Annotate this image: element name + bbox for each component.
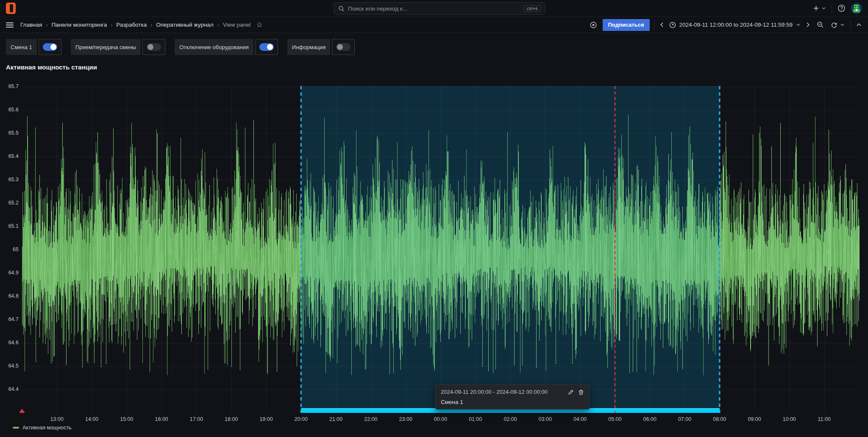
plus-icon	[813, 5, 819, 11]
alert-state-button[interactable]	[588, 19, 598, 31]
breadcrumb-item-dashboards[interactable]: Панели мониторинга	[51, 22, 107, 28]
user-avatar[interactable]	[851, 3, 862, 14]
delete-annotation-button[interactable]	[578, 389, 584, 395]
trash-icon	[578, 389, 584, 395]
chevron-down-icon	[821, 6, 826, 11]
toggle-info[interactable]	[332, 39, 355, 55]
divider	[850, 20, 851, 30]
breadcrumb-item-development[interactable]: Разработка	[116, 22, 147, 28]
search-icon	[338, 6, 345, 12]
help-button[interactable]	[836, 3, 847, 14]
divider	[832, 4, 832, 13]
toggle-label-smena1: Смена 1	[6, 39, 37, 55]
zoom-out-button[interactable]	[815, 19, 825, 31]
chevron-down-icon	[796, 22, 801, 27]
grafana-logo[interactable]	[6, 3, 16, 14]
pencil-icon	[568, 389, 574, 395]
subscribe-button[interactable]: Подписаться	[603, 19, 650, 31]
chevron-up-icon	[856, 23, 862, 27]
breadcrumb-separator: ›	[46, 22, 47, 28]
time-range-picker[interactable]: 2024-09-11 12:00:00 to 2024-09-12 11:59:…	[669, 22, 801, 28]
chevron-down-icon	[840, 22, 845, 27]
zoom-out-icon	[817, 21, 824, 28]
switch-knob[interactable]	[43, 43, 57, 51]
shortcut-badge: ctrl+k	[523, 5, 541, 12]
chevron-right-icon	[806, 22, 810, 28]
nav-bar: Главная› Панели мониторинга› Разработка›…	[0, 17, 868, 33]
breadcrumb-separator: ›	[150, 22, 152, 28]
toggle-label-info: Информация	[287, 39, 331, 55]
toggle-label-priem: Прием/передача смены	[71, 39, 141, 55]
panel-title: Активная мощность станции	[6, 64, 868, 71]
switch-knob[interactable]	[147, 43, 161, 51]
favorite-star-icon[interactable]: ☆	[256, 20, 263, 29]
search-placeholder: Поиск или переход к...	[348, 6, 520, 12]
annotation-range-text: 2024-09-11 20:00:00 - 2024-09-12 00:00:0…	[441, 389, 564, 395]
chevron-left-icon	[660, 22, 664, 28]
time-range-text: 2024-09-11 12:00:00 to 2024-09-12 11:59:…	[679, 22, 793, 28]
menu-button[interactable]	[6, 22, 14, 28]
search-input[interactable]: Поиск или переход к... ctrl+k	[334, 2, 545, 15]
top-bar: Поиск или переход к... ctrl+k	[0, 0, 868, 17]
grafana-app: Поиск или переход к... ctrl+k Главная› П…	[0, 0, 868, 437]
legend-label: Активная мощность	[22, 425, 72, 431]
edit-annotation-button[interactable]	[568, 389, 574, 395]
refresh-button[interactable]	[829, 19, 846, 31]
toggle-priem[interactable]	[142, 39, 165, 55]
legend-item[interactable]: Активная мощность	[13, 425, 72, 431]
time-series-canvas[interactable]	[0, 80, 868, 419]
clock-icon	[669, 22, 676, 28]
annotation-toggles: Смена 1 Прием/передача смены Отключение …	[6, 39, 868, 55]
refresh-icon	[831, 22, 837, 28]
annotation-tooltip: 2024-09-11 20:00:00 - 2024-09-12 00:00:0…	[435, 384, 590, 409]
breadcrumb-item-home[interactable]: Главная	[20, 22, 42, 28]
question-icon	[837, 4, 846, 12]
circle-dot-icon	[590, 21, 597, 29]
switch-knob[interactable]	[336, 43, 351, 51]
toggle-otkl[interactable]	[255, 39, 278, 55]
annotation-label: Смена 1	[441, 399, 584, 405]
breadcrumb-item-view-panel[interactable]: View panel	[223, 22, 251, 28]
scroll-top-button[interactable]	[855, 19, 863, 31]
toggle-label-otkl: Отключение оборудования	[175, 39, 253, 55]
breadcrumb-separator: ›	[217, 22, 219, 28]
breadcrumb: Главная› Панели мониторинга› Разработка›…	[20, 20, 263, 29]
add-button[interactable]	[812, 3, 827, 14]
breadcrumb-item-journal[interactable]: Оперативный журнал	[156, 22, 214, 28]
time-back-button[interactable]	[659, 19, 665, 31]
breadcrumb-separator: ›	[111, 22, 112, 28]
toggle-smena1[interactable]	[39, 39, 61, 55]
legend-swatch	[13, 427, 19, 429]
switch-knob[interactable]	[259, 43, 274, 51]
time-forward-button[interactable]	[805, 19, 811, 31]
divider	[654, 20, 654, 30]
